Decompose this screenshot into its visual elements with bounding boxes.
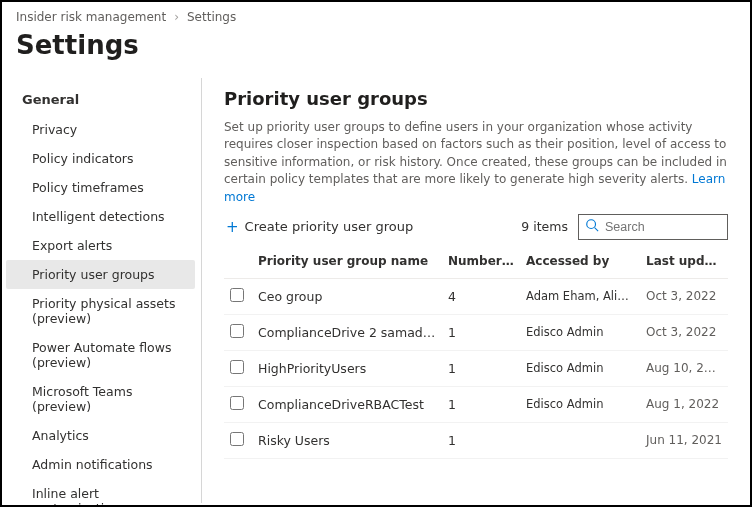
cell-accessed: [520, 422, 640, 458]
cell-updated: Oct 3, 2022: [640, 314, 728, 350]
breadcrumb: Insider risk management › Settings: [2, 2, 750, 28]
cell-name[interactable]: ComplianceDrive 2 samadala: [252, 314, 442, 350]
cell-accessed: Adam Eham, Alice Doe: [520, 278, 640, 314]
svg-point-0: [587, 220, 596, 229]
cell-accessed: Edisco Admin: [520, 350, 640, 386]
groups-table: Priority user group name Number of memb.…: [224, 246, 728, 459]
sidebar-item-intelligent-detections[interactable]: Intelligent detections: [6, 202, 195, 231]
row-checkbox[interactable]: [230, 288, 244, 302]
section-description: Set up priority user groups to define us…: [224, 119, 728, 206]
search-box[interactable]: [578, 214, 728, 240]
section-title: Priority user groups: [224, 88, 728, 109]
table-row[interactable]: Ceo group4Adam Eham, Alice DoeOct 3, 202…: [224, 278, 728, 314]
table-row[interactable]: ComplianceDrive 2 samadala1Edisco AdminO…: [224, 314, 728, 350]
row-checkbox[interactable]: [230, 360, 244, 374]
items-count: 9 items: [521, 219, 568, 234]
row-checkbox[interactable]: [230, 432, 244, 446]
cell-updated: Aug 1, 2022: [640, 386, 728, 422]
col-header-name[interactable]: Priority user group name: [252, 246, 442, 279]
table-row[interactable]: Risky Users1Jun 11, 2021: [224, 422, 728, 458]
cell-updated: Jun 11, 2021: [640, 422, 728, 458]
table-row[interactable]: HighPriorityUsers1Edisco AdminAug 10, 20…: [224, 350, 728, 386]
cell-name[interactable]: HighPriorityUsers: [252, 350, 442, 386]
plus-icon: +: [226, 218, 239, 236]
cell-name[interactable]: Risky Users: [252, 422, 442, 458]
breadcrumb-parent[interactable]: Insider risk management: [16, 10, 166, 24]
breadcrumb-current: Settings: [187, 10, 236, 24]
sidebar-item-inline-alert-customization[interactable]: Inline alert customization: [6, 479, 195, 507]
table-row[interactable]: ComplianceDriveRBACTest1Edisco AdminAug …: [224, 386, 728, 422]
sidebar-item-priority-user-groups[interactable]: Priority user groups: [6, 260, 195, 289]
search-icon: [585, 218, 599, 235]
sidebar-item-policy-indicators[interactable]: Policy indicators: [6, 144, 195, 173]
cell-name[interactable]: ComplianceDriveRBACTest: [252, 386, 442, 422]
sidebar-item-power-automate-flows-preview[interactable]: Power Automate flows (preview): [6, 333, 195, 377]
col-header-updated[interactable]: Last updated: [640, 246, 728, 279]
svg-line-1: [595, 228, 599, 232]
sidebar-heading: General: [6, 86, 201, 115]
chevron-right-icon: ›: [174, 10, 179, 24]
cell-members: 4: [442, 278, 520, 314]
col-header-accessed[interactable]: Accessed by: [520, 246, 640, 279]
sidebar-item-analytics[interactable]: Analytics: [6, 421, 195, 450]
settings-sidebar: General PrivacyPolicy indicatorsPolicy t…: [2, 78, 202, 503]
create-priority-group-button[interactable]: + Create priority user group: [224, 214, 415, 240]
cell-updated: Oct 3, 2022: [640, 278, 728, 314]
sidebar-item-admin-notifications[interactable]: Admin notifications: [6, 450, 195, 479]
cell-updated: Aug 10, 2022: [640, 350, 728, 386]
sidebar-item-priority-physical-assets-preview[interactable]: Priority physical assets (preview): [6, 289, 195, 333]
create-label: Create priority user group: [245, 219, 414, 234]
cell-members: 1: [442, 386, 520, 422]
cell-name[interactable]: Ceo group: [252, 278, 442, 314]
row-checkbox[interactable]: [230, 396, 244, 410]
cell-members: 1: [442, 422, 520, 458]
sidebar-item-privacy[interactable]: Privacy: [6, 115, 195, 144]
sidebar-item-export-alerts[interactable]: Export alerts: [6, 231, 195, 260]
cell-accessed: Edisco Admin: [520, 314, 640, 350]
row-checkbox[interactable]: [230, 324, 244, 338]
sidebar-item-microsoft-teams-preview[interactable]: Microsoft Teams (preview): [6, 377, 195, 421]
cell-members: 1: [442, 314, 520, 350]
search-input[interactable]: [605, 220, 721, 234]
page-title: Settings: [2, 28, 750, 78]
col-header-checkbox: [224, 246, 252, 279]
main-panel: Priority user groups Set up priority use…: [202, 78, 750, 503]
col-header-members[interactable]: Number of memb...: [442, 246, 520, 279]
sidebar-item-policy-timeframes[interactable]: Policy timeframes: [6, 173, 195, 202]
cell-members: 1: [442, 350, 520, 386]
cell-accessed: Edisco Admin: [520, 386, 640, 422]
